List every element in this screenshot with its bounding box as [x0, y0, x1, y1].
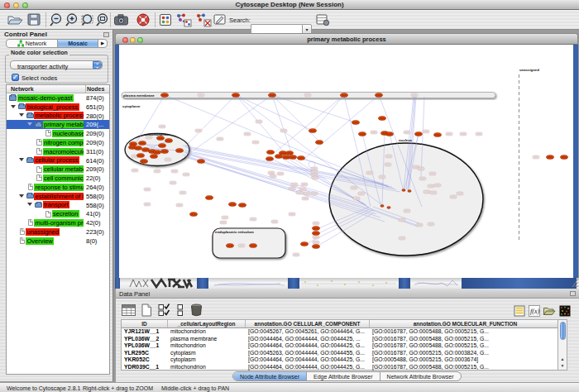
tree-row-label[interactable]: establishment of lo [34, 193, 84, 200]
edge[interactable] [304, 95, 379, 159]
edge[interactable] [272, 95, 319, 141]
table-vertical-scrollbar[interactable]: ▲ ▼ [557, 319, 567, 370]
tree-row-label[interactable]: cell communicat [43, 174, 84, 182]
minimized-window-bar[interactable] [288, 278, 299, 289]
edge[interactable] [236, 95, 313, 131]
network-canvas[interactable]: plasma membranecytoplasmmitochondrionnuc… [119, 45, 573, 278]
tree-row-label[interactable]: secretion [52, 210, 79, 218]
table-row[interactable]: YKR052Ccytoplasm[GO:0044464, GO:0044444,… [122, 356, 562, 364]
resize-grip-icon[interactable] [571, 276, 579, 288]
tree-column-network[interactable]: Network [11, 86, 34, 92]
tree-row[interactable]: metabolic process280(0) [7, 112, 109, 121]
minimized-window-bar[interactable] [462, 278, 577, 289]
minimized-windows-strip[interactable] [115, 278, 579, 289]
edge[interactable] [236, 95, 285, 154]
zoom-in-icon[interactable] [65, 12, 79, 27]
table-column-header[interactable]: ID [122, 320, 168, 328]
expand-arrow-icon[interactable] [27, 122, 32, 126]
tree-row-label[interactable]: multi-organism pro [34, 219, 84, 227]
table-column-header[interactable]: annotation.GO CELLULAR_COMPONENT [246, 320, 370, 328]
table-column-header[interactable]: _cellularLayoutRegion [168, 320, 246, 328]
tree-row-label[interactable]: biological_process [26, 103, 79, 111]
scroll-up-icon[interactable]: ▲ [559, 356, 567, 362]
tree-row-label[interactable]: cellular process [34, 156, 79, 164]
tree-column-nodes[interactable]: Nodes [87, 86, 104, 92]
save-session-icon[interactable] [26, 12, 42, 27]
tree-row-label[interactable]: response to stimul [34, 184, 84, 191]
attribute-list-icon[interactable] [514, 305, 525, 317]
vizmapper-icon[interactable] [159, 12, 172, 27]
function-builder-icon[interactable]: f(x) [529, 305, 540, 317]
tree-row[interactable]: macromolecule311(0) [7, 147, 109, 156]
tab-network-attribute-browser[interactable]: Network Attribute Browser [380, 372, 461, 380]
unselect-attributes-icon[interactable] [175, 303, 187, 318]
expand-arrow-icon[interactable] [19, 158, 24, 161]
expand-arrow-icon[interactable] [19, 113, 24, 117]
tree-row[interactable]: response to stimul264(0) [7, 183, 109, 192]
destroy-network-icon[interactable] [195, 12, 212, 27]
expand-arrow-icon[interactable] [19, 194, 24, 198]
zoom-selected-icon[interactable] [79, 12, 95, 27]
tree-row-label[interactable]: macromolecule [43, 148, 84, 155]
tree-row[interactable]: nucleobase-209(0) [7, 129, 109, 138]
tree-row[interactable]: cell communicat22(0) [7, 174, 109, 183]
tree-row-label[interactable]: primary metabo [43, 121, 84, 128]
gene-node[interactable] [408, 190, 411, 193]
duplicate-network-icon[interactable] [175, 12, 192, 27]
tab-mosaic[interactable]: Mosaic [57, 40, 98, 47]
tree-row[interactable]: Overview8(0) [7, 237, 109, 246]
node-color-combo[interactable]: transporter activity ▲▼ [10, 60, 103, 69]
open-session-icon[interactable] [7, 12, 23, 27]
minimized-window-bar[interactable] [197, 278, 208, 289]
edge[interactable] [273, 95, 344, 154]
tree-row[interactable]: biological_process651(0) [7, 103, 109, 112]
attribute-table-icon[interactable] [121, 303, 136, 318]
tree-row-label[interactable]: unassigned [26, 228, 60, 236]
tree-row-label[interactable]: transport [43, 201, 70, 208]
new-attribute-icon[interactable] [139, 303, 154, 318]
data-panel-detach-icon[interactable] [570, 291, 576, 296]
expand-arrow-icon[interactable] [27, 203, 32, 206]
gene-node[interactable] [387, 207, 390, 209]
tree-row[interactable]: cellular metabo209(0) [7, 165, 109, 174]
minimized-window-bar[interactable] [115, 278, 120, 289]
tree-row-label[interactable]: Overview [26, 237, 54, 245]
zoom-fit-icon[interactable] [95, 12, 110, 27]
tree-row-label[interactable]: nitrogen compo [43, 139, 84, 146]
search-config-icon[interactable] [315, 12, 330, 27]
table-row[interactable]: YDR039C__1mitochondrion[GO:0044464, GO:0… [122, 364, 562, 371]
snapshot-icon[interactable] [113, 12, 129, 27]
matrix-icon[interactable] [559, 305, 571, 317]
tree-row[interactable]: multi-organism pro42(0) [7, 218, 109, 227]
tree-row[interactable]: establishment of lo558(0) [7, 192, 109, 201]
edge[interactable] [185, 95, 236, 146]
tab-edge-attribute-browser[interactable]: Edge Attribute Browser [306, 372, 380, 380]
edge[interactable] [272, 95, 356, 122]
tab-network[interactable]: Network [7, 40, 57, 47]
delete-attribute-icon[interactable] [189, 303, 203, 318]
expand-arrow-icon[interactable] [11, 105, 16, 108]
tree-row[interactable]: mosaic-demo-yeast874(0) [7, 93, 109, 103]
help-icon[interactable] [136, 12, 151, 27]
tree-row-label[interactable]: mosaic-demo-yeast [17, 94, 74, 102]
edge[interactable] [272, 95, 291, 152]
annotation-icon[interactable] [213, 12, 227, 27]
table-row[interactable]: YJR121W__1mitochondrion[GO:0045267, GO:0… [122, 328, 562, 336]
gene-node[interactable] [380, 205, 384, 208]
nucleus-region[interactable] [329, 143, 483, 256]
minimized-window-bar[interactable] [399, 278, 410, 289]
table-column-header[interactable]: annotation.GO MOLECULAR_FUNCTION [370, 320, 562, 328]
tree-row-label[interactable]: metabolic process [34, 112, 84, 119]
gene-node[interactable] [402, 189, 405, 192]
tab-overflow-button[interactable]: ▶ [98, 40, 107, 47]
table-row[interactable]: YPL036W__1mitochondrion[GO:0044464, GO:0… [122, 342, 562, 350]
import-attributes-icon[interactable] [543, 305, 556, 317]
control-panel-detach-icon[interactable] [103, 32, 109, 37]
tree-row[interactable]: transport558(0) [7, 201, 109, 210]
tree-row[interactable]: nitrogen compo209(0) [7, 138, 109, 147]
scrollbar-thumb[interactable] [560, 322, 566, 340]
tab-node-attribute-browser[interactable]: Node Attribute Browser [233, 372, 306, 380]
self-loop-edge[interactable] [309, 161, 315, 168]
zoom-out-icon[interactable] [49, 12, 64, 27]
tree-row[interactable]: secretion41(0) [7, 209, 109, 218]
